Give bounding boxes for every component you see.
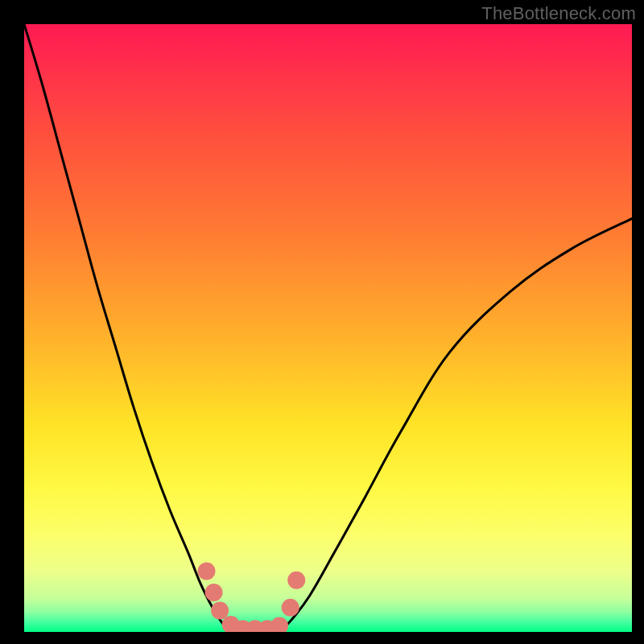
gradient-background (24, 24, 632, 632)
chart-root: TheBottleneck.com (0, 0, 644, 644)
valley-marker (282, 599, 299, 617)
watermark-label: TheBottleneck.com (481, 3, 636, 24)
valley-marker (198, 563, 216, 580)
valley-marker (205, 584, 223, 601)
valley-marker (211, 602, 229, 620)
plot-area (24, 24, 632, 632)
plot-svg (24, 24, 632, 632)
valley-marker (287, 572, 305, 589)
